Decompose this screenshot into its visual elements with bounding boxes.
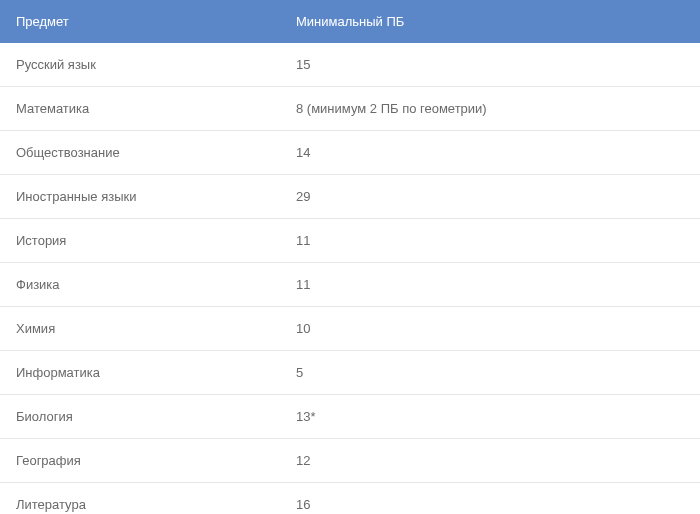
cell-min-pb: 12	[280, 439, 700, 483]
cell-min-pb: 13*	[280, 395, 700, 439]
cell-subject: История	[0, 219, 280, 263]
cell-min-pb: 8 (минимум 2 ПБ по геометрии)	[280, 87, 700, 131]
cell-min-pb: 11	[280, 263, 700, 307]
col-header-min-pb: Минимальный ПБ	[280, 0, 700, 43]
table-row: Литература 16	[0, 483, 700, 515]
cell-subject: Обществознание	[0, 131, 280, 175]
cell-min-pb: 14	[280, 131, 700, 175]
subjects-table: Предмет Минимальный ПБ Русский язык 15 М…	[0, 0, 700, 514]
table-row: География 12	[0, 439, 700, 483]
table-row: Физика 11	[0, 263, 700, 307]
cell-subject: Химия	[0, 307, 280, 351]
table-row: История 11	[0, 219, 700, 263]
cell-min-pb: 11	[280, 219, 700, 263]
table-row: Математика 8 (минимум 2 ПБ по геометрии)	[0, 87, 700, 131]
cell-subject: Биология	[0, 395, 280, 439]
col-header-subject: Предмет	[0, 0, 280, 43]
table-header-row: Предмет Минимальный ПБ	[0, 0, 700, 43]
cell-subject: Русский язык	[0, 43, 280, 87]
table-row: Химия 10	[0, 307, 700, 351]
table-row: Биология 13*	[0, 395, 700, 439]
table-row: Обществознание 14	[0, 131, 700, 175]
table-row: Иностранные языки 29	[0, 175, 700, 219]
table-row: Информатика 5	[0, 351, 700, 395]
cell-subject: Иностранные языки	[0, 175, 280, 219]
cell-min-pb: 15	[280, 43, 700, 87]
cell-subject: Физика	[0, 263, 280, 307]
cell-subject: Математика	[0, 87, 280, 131]
table-row: Русский язык 15	[0, 43, 700, 87]
cell-subject: Информатика	[0, 351, 280, 395]
cell-min-pb: 5	[280, 351, 700, 395]
cell-subject: География	[0, 439, 280, 483]
cell-min-pb: 16	[280, 483, 700, 515]
cell-min-pb: 10	[280, 307, 700, 351]
cell-min-pb: 29	[280, 175, 700, 219]
table-body: Русский язык 15 Математика 8 (минимум 2 …	[0, 43, 700, 514]
cell-subject: Литература	[0, 483, 280, 515]
